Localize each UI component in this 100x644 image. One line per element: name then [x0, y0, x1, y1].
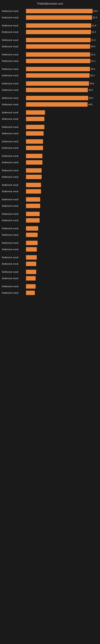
- bar-label: Bottleneck result: [2, 74, 26, 77]
- bar-wrapper: 50.5: [26, 67, 96, 71]
- bar-label: Bottleneck result: [2, 205, 26, 207]
- bar-label: Bottleneck result: [2, 60, 26, 62]
- bar-row: Bottleneck result: [2, 261, 96, 267]
- bar-wrapper: [26, 255, 96, 260]
- bar-row: Bottleneck result: [2, 153, 96, 159]
- bar-fill: [26, 44, 90, 49]
- bar-fill: [26, 226, 38, 231]
- bar-wrapper: [26, 290, 96, 295]
- bar-fill: [26, 204, 40, 208]
- bar-wrapper: [26, 247, 96, 252]
- spacer: [2, 180, 96, 182]
- bar-fill: [26, 146, 43, 150]
- bar-fill: [26, 189, 41, 194]
- bar-wrapper: 48.5: [26, 102, 96, 107]
- bar-fill: [26, 81, 89, 86]
- bar-row: Bottleneck result: [2, 196, 96, 202]
- bar-label: Bottleneck result: [2, 263, 26, 265]
- spacer: [2, 137, 96, 139]
- bar-wrapper: [26, 233, 96, 237]
- bar-fill: [26, 183, 41, 187]
- bar-wrapper: [26, 226, 96, 231]
- bar-wrapper: 52.6: [26, 9, 98, 13]
- bar-fill: [26, 241, 38, 245]
- spacer: [2, 224, 96, 226]
- bar-label: Bottleneck result: [2, 169, 26, 172]
- bar-fill: [26, 88, 88, 92]
- bar-wrapper: [26, 218, 96, 222]
- bar-fill: [26, 131, 44, 136]
- bar-row: Bottleneck result52.3: [2, 15, 96, 20]
- bar-row: Bottleneck result: [2, 188, 96, 194]
- site-header: TheBottlenecker.com: [0, 0, 100, 6]
- bar-fill: [26, 270, 36, 274]
- bar-wrapper: [26, 146, 96, 150]
- spacer: [2, 79, 96, 81]
- bar-label: Bottleneck result: [2, 248, 26, 250]
- bar-label: Bottleneck result: [2, 184, 26, 186]
- spacer: [2, 282, 96, 284]
- bar-fill: [26, 59, 90, 63]
- bar-row: Bottleneck result: [2, 203, 96, 209]
- bar-wrapper: 50.2: [26, 73, 96, 78]
- bar-value: 49.8: [90, 82, 94, 85]
- bar-fill: [26, 102, 88, 107]
- bar-wrapper: [26, 139, 96, 144]
- bar-row: Bottleneck result51.8: [2, 23, 96, 28]
- bar-fill: [26, 110, 45, 115]
- bar-row: Bottleneck result: [2, 290, 96, 296]
- bar-value: 48.5: [88, 103, 93, 106]
- bar-row: Bottleneck result: [2, 226, 96, 231]
- bar-label: Bottleneck result: [2, 82, 26, 85]
- bar-label: Bottleneck result: [2, 45, 26, 48]
- bar-row: Bottleneck result: [2, 160, 96, 165]
- bar-fill: [26, 197, 40, 202]
- bar-value: 49.2: [89, 97, 93, 99]
- bar-label: Bottleneck result: [2, 242, 26, 244]
- bar-row: Bottleneck result: [2, 254, 96, 260]
- bar-value: 50.5: [91, 68, 95, 70]
- bar-wrapper: 51.1: [26, 59, 96, 63]
- bar-label: Bottleneck result: [2, 16, 26, 19]
- bar-fill: [26, 73, 90, 78]
- bar-row: Bottleneck result: [2, 269, 96, 275]
- bar-wrapper: [26, 270, 96, 274]
- bar-row: Bottleneck result48.9: [2, 87, 96, 93]
- bar-value: 51.5: [92, 31, 96, 33]
- bar-fill: [26, 117, 44, 121]
- bar-label: Bottleneck result: [2, 147, 26, 149]
- bar-value: 52.3: [93, 16, 97, 19]
- bar-wrapper: [26, 125, 96, 129]
- bar-wrapper: 51.5: [26, 30, 96, 34]
- bar-label: Bottleneck result: [2, 256, 26, 258]
- bar-wrapper: [26, 284, 96, 288]
- bar-label: Bottleneck result: [2, 213, 26, 215]
- bar-fill: [26, 218, 40, 222]
- bar-row: Bottleneck result: [2, 232, 96, 238]
- bar-wrapper: [26, 154, 96, 158]
- bar-fill: [26, 154, 42, 158]
- bar-row: Bottleneck result52.6: [2, 8, 96, 14]
- bar-label: Bottleneck result: [2, 68, 26, 70]
- bar-row: Bottleneck result: [2, 284, 96, 289]
- spacer: [2, 210, 96, 211]
- bar-label: Bottleneck result: [2, 97, 26, 99]
- bar-label: Bottleneck result: [2, 53, 26, 56]
- bar-fill: [26, 38, 91, 42]
- bar-fill: [26, 52, 90, 57]
- spacer: [2, 64, 96, 66]
- bar-row: Bottleneck result: [2, 246, 96, 252]
- bar-fill: [26, 247, 37, 252]
- spacer: [2, 152, 96, 153]
- spacer: [2, 166, 96, 168]
- bar-wrapper: 49.8: [26, 81, 96, 86]
- bar-row: Bottleneck result: [2, 182, 96, 188]
- spacer: [2, 50, 96, 52]
- bar-row: Bottleneck result51.0: [2, 52, 96, 57]
- bar-wrapper: [26, 117, 96, 121]
- bar-wrapper: 49.2: [26, 96, 96, 100]
- spacer: [2, 21, 96, 23]
- bar-value: 51.8: [92, 24, 96, 27]
- bar-fill: [26, 233, 38, 237]
- bar-fill: [26, 96, 88, 100]
